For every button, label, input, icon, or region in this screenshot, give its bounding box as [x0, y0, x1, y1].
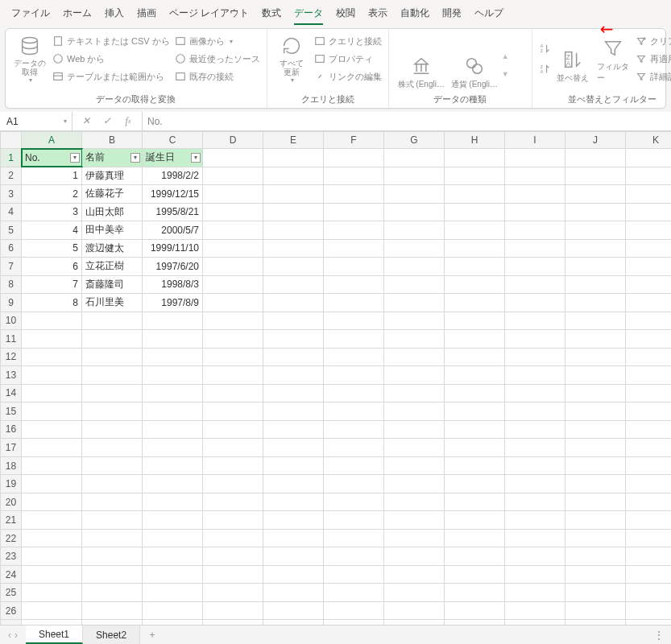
cell-I23[interactable] [505, 547, 565, 566]
cell-A26[interactable] [22, 601, 82, 620]
cell-J3[interactable] [565, 185, 626, 204]
edit-links-button[interactable]: リンクの編集 [314, 68, 382, 85]
cell-B15[interactable] [82, 402, 143, 421]
cell-B2[interactable]: 伊藤真理 [82, 167, 143, 185]
cell-F12[interactable] [324, 348, 384, 366]
select-all-corner[interactable] [1, 132, 22, 149]
cell-B21[interactable] [82, 511, 143, 530]
cell-G22[interactable] [384, 529, 445, 547]
cell-C13[interactable] [143, 366, 203, 385]
cell-J22[interactable] [565, 529, 626, 547]
cell-F18[interactable] [324, 456, 384, 475]
row-header-16[interactable]: 16 [1, 420, 22, 439]
cell-E22[interactable] [263, 529, 324, 547]
cell-A14[interactable] [22, 384, 82, 402]
cell-D21[interactable] [203, 511, 263, 530]
menu-挿入[interactable]: 挿入 [98, 3, 130, 25]
cell-C24[interactable] [143, 565, 203, 584]
cell-D10[interactable] [203, 312, 263, 330]
cell-H13[interactable] [445, 366, 505, 385]
cell-K24[interactable] [626, 565, 672, 584]
cell-D12[interactable] [203, 348, 263, 366]
cell-F7[interactable] [324, 258, 384, 276]
cell-H17[interactable] [445, 439, 505, 457]
cell-J7[interactable] [565, 258, 626, 276]
cell-B23[interactable] [82, 547, 143, 566]
cell-E13[interactable] [263, 366, 324, 385]
cell-D8[interactable] [203, 275, 263, 294]
row-header-12[interactable]: 12 [1, 348, 22, 366]
cell-G6[interactable] [384, 239, 445, 258]
cell-G25[interactable] [384, 584, 445, 602]
cell-H18[interactable] [445, 456, 505, 475]
cell-J15[interactable] [565, 402, 626, 421]
sort-button[interactable]: ZA 並べ替え [555, 32, 590, 85]
row-header-25[interactable]: 25 [1, 584, 22, 602]
cell-G5[interactable] [384, 221, 445, 240]
reapply-button[interactable]: 再適用 [636, 51, 671, 67]
recent-sources-button[interactable]: 最近使ったソース [175, 51, 260, 67]
cell-I20[interactable] [505, 493, 565, 511]
cell-E14[interactable] [263, 384, 324, 402]
cell-I16[interactable] [505, 420, 565, 439]
row-header-22[interactable]: 22 [1, 529, 22, 547]
cell-B13[interactable] [82, 366, 143, 385]
cell-J16[interactable] [565, 420, 626, 439]
cell-B25[interactable] [82, 584, 143, 602]
from-picture-button[interactable]: 画像から [175, 33, 260, 49]
cell-H3[interactable] [445, 185, 505, 204]
cell-A8[interactable]: 7 [22, 275, 82, 294]
cell-A4[interactable]: 3 [22, 203, 82, 221]
cell-I10[interactable] [505, 312, 565, 330]
advanced-filter-button[interactable]: 詳細設定 [636, 68, 671, 85]
cell-D9[interactable] [203, 294, 263, 312]
cell-D4[interactable] [203, 203, 263, 221]
col-header-D[interactable]: D [203, 132, 263, 149]
cell-G4[interactable] [384, 203, 445, 221]
cell-J11[interactable] [565, 330, 626, 349]
cell-B1[interactable]: 名前▾ [82, 149, 143, 167]
cell-C14[interactable] [143, 384, 203, 402]
cell-H23[interactable] [445, 547, 505, 566]
cell-F3[interactable] [324, 185, 384, 204]
clear-filter-button[interactable]: クリア [636, 33, 671, 49]
filter-dropdown-A[interactable]: ▾ [70, 153, 80, 163]
cell-K5[interactable] [626, 221, 672, 240]
cell-J21[interactable] [565, 511, 626, 530]
cell-F17[interactable] [324, 439, 384, 457]
cell-G10[interactable] [384, 312, 445, 330]
cell-I26[interactable] [505, 601, 565, 620]
cell-C6[interactable]: 1999/11/10 [143, 239, 203, 258]
tab-prev-button[interactable]: ‹ [8, 630, 11, 641]
cell-D16[interactable] [203, 420, 263, 439]
cell-D18[interactable] [203, 456, 263, 475]
row-header-13[interactable]: 13 [1, 366, 22, 385]
menu-描画[interactable]: 描画 [130, 3, 163, 25]
cell-B26[interactable] [82, 601, 143, 620]
row-header-20[interactable]: 20 [1, 493, 22, 511]
cell-A22[interactable] [22, 529, 82, 547]
cell-H6[interactable] [445, 239, 505, 258]
row-header-8[interactable]: 8 [1, 275, 22, 294]
cell-H21[interactable] [445, 511, 505, 530]
cell-G2[interactable] [384, 167, 445, 185]
cell-K25[interactable] [626, 584, 672, 602]
cell-B7[interactable]: 立花正樹 [82, 258, 143, 276]
cell-C16[interactable] [143, 420, 203, 439]
row-header-24[interactable]: 24 [1, 565, 22, 584]
row-header-26[interactable]: 26 [1, 601, 22, 620]
cell-H16[interactable] [445, 420, 505, 439]
row-header-2[interactable]: 2 [1, 167, 22, 185]
cell-H11[interactable] [445, 330, 505, 349]
cell-G15[interactable] [384, 402, 445, 421]
cell-D13[interactable] [203, 366, 263, 385]
cell-E12[interactable] [263, 348, 324, 366]
row-header-11[interactable]: 11 [1, 330, 22, 349]
menu-ホーム[interactable]: ホーム [56, 3, 98, 25]
cell-J14[interactable] [565, 384, 626, 402]
row-header-4[interactable]: 4 [1, 203, 22, 221]
cell-A13[interactable] [22, 366, 82, 385]
cell-B6[interactable]: 渡辺健太 [82, 239, 143, 258]
cell-H5[interactable] [445, 221, 505, 240]
cell-E11[interactable] [263, 330, 324, 349]
